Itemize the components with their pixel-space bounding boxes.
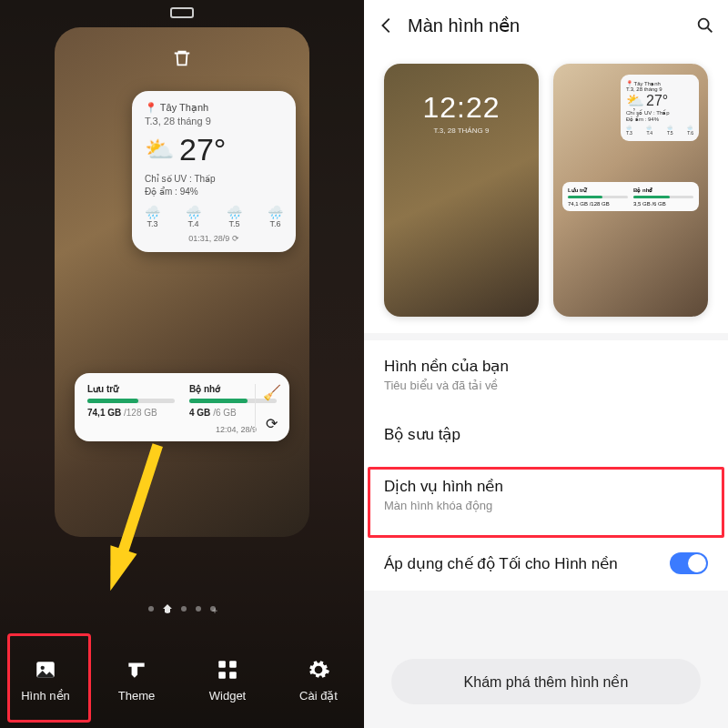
widget-button[interactable]: Widget xyxy=(194,656,261,703)
gear-icon xyxy=(305,656,332,683)
weather-temp: 27° xyxy=(179,132,226,167)
storage-widget[interactable]: Lưu trữ 74,1 GB /128 GB Bộ nhớ 4 GB /6 G… xyxy=(75,373,289,441)
storage-timestamp: 12:04, 28/9 xyxy=(87,425,277,434)
svg-rect-2 xyxy=(218,661,226,668)
brush-icon xyxy=(123,656,150,683)
weather-date: T.3, 28 tháng 9 xyxy=(145,116,283,126)
collection-item[interactable]: Bộ sưu tập xyxy=(364,409,728,460)
weather-widget[interactable]: 📍 Tây Thạnh T.3, 28 tháng 9 ⛅ 27° Chỉ số… xyxy=(132,91,296,252)
svg-point-6 xyxy=(699,19,709,29)
preview-row: 12:22 T.3, 28 THÁNG 9 📍 Tây Thạnh T.3, 2… xyxy=(364,51,728,333)
storage-actions[interactable]: 🧹 ⟳ xyxy=(255,384,280,432)
mini-weather-widget: 📍 Tây Thạnh T.3, 28 tháng 9 ⛅ 27° Chỉ số… xyxy=(621,75,699,141)
weather-icon: ⛅ xyxy=(145,136,174,164)
your-wallpapers-item[interactable]: Hình nền của bạn Tiêu biểu và đã tải về xyxy=(364,340,728,409)
svg-rect-5 xyxy=(229,672,237,679)
wallpaper-button[interactable]: Hình nền xyxy=(12,656,79,703)
home-page-icon xyxy=(163,604,172,613)
page-title: Màn hình nền xyxy=(408,15,684,36)
home-screen-preview[interactable]: 📍 Tây Thạnh T.3, 28 tháng 9 ⛅ 27° Chỉ số… xyxy=(55,27,309,537)
storage-title: Lưu trữ xyxy=(87,384,175,394)
lock-clock: 12:22 T.3, 28 THÁNG 9 xyxy=(384,91,539,135)
search-icon[interactable] xyxy=(695,15,715,35)
mini-storage-widget: Lưu trữ74,1 GB /128 GB Bộ nhớ3,5 GB /6 G… xyxy=(562,182,699,211)
settings-button[interactable]: Cài đặt xyxy=(285,656,352,703)
home-editor-screen: 📍 Tây Thạnh T.3, 28 tháng 9 ⛅ 27° Chỉ số… xyxy=(0,0,364,728)
wallpaper-service-item[interactable]: Dịch vụ hình nền Màn hình khóa động xyxy=(364,460,728,529)
weather-timestamp: 01:31, 28/9 xyxy=(188,234,229,243)
forecast-row: 🌧️T.3 🌧️T.4 🌧️T.5 🌧️T.6 xyxy=(145,206,283,228)
options-list: Hình nền của bạn Tiêu biểu và đã tải về … xyxy=(364,340,728,591)
trash-icon[interactable] xyxy=(164,40,200,76)
svg-point-1 xyxy=(41,665,45,669)
explore-more-button[interactable]: Khám phá thêm hình nền xyxy=(391,659,701,704)
add-page-icon[interactable]: ＋ xyxy=(210,606,216,612)
header: Màn hình nền xyxy=(364,0,728,51)
lockscreen-preview[interactable]: 12:22 T.3, 28 THÁNG 9 xyxy=(384,64,539,317)
refresh-icon[interactable]: ⟳ xyxy=(266,415,278,432)
image-icon xyxy=(32,656,59,683)
toggle-on-icon[interactable] xyxy=(670,552,708,574)
weather-location: Tây Thạnh xyxy=(160,102,208,113)
editor-bottom-bar: Hình nền Theme Widget Cài đặt xyxy=(0,630,364,728)
broom-icon[interactable]: 🧹 xyxy=(263,384,281,401)
svg-rect-3 xyxy=(229,661,237,668)
status-cutout-icon xyxy=(170,7,194,18)
page-indicator[interactable]: ＋ xyxy=(148,604,216,613)
wallpaper-settings-screen: Màn hình nền 12:22 T.3, 28 THÁNG 9 📍 Tây… xyxy=(364,0,728,728)
homescreen-preview[interactable]: 📍 Tây Thạnh T.3, 28 tháng 9 ⛅ 27° Chỉ số… xyxy=(553,64,708,317)
theme-button[interactable]: Theme xyxy=(103,656,170,703)
weather-details: Chỉ số UV : Thấp Độ ẩm : 94% xyxy=(145,173,283,198)
dark-mode-wallpaper-toggle[interactable]: Áp dụng chế độ Tối cho Hình nền xyxy=(364,536,728,591)
widgets-icon xyxy=(214,656,241,683)
svg-rect-4 xyxy=(218,672,226,679)
back-icon[interactable] xyxy=(377,15,397,35)
